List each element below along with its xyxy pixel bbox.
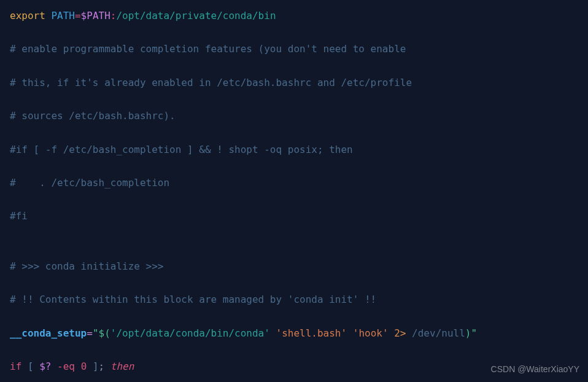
comment-line: #fi bbox=[10, 208, 578, 224]
string: 'hook' bbox=[353, 327, 389, 339]
space bbox=[75, 361, 81, 372]
comment-line: # sources /etc/bash.bashrc). bbox=[10, 107, 578, 124]
comment-line: # >>> conda initialize >>> bbox=[10, 258, 578, 275]
space bbox=[347, 327, 353, 339]
var-exit: $? bbox=[39, 361, 51, 372]
number: 0 bbox=[81, 361, 87, 372]
bracket: ] bbox=[87, 361, 98, 372]
var-conda-setup: __conda_setup bbox=[10, 327, 87, 339]
var-path: PATH bbox=[51, 10, 75, 21]
op-colon: : bbox=[110, 10, 117, 21]
op-eq: = bbox=[75, 10, 81, 21]
comment-line: # enable programmable completion feature… bbox=[10, 41, 578, 57]
bracket: [ bbox=[28, 361, 39, 372]
dev-null: /dev/null bbox=[412, 327, 465, 339]
keyword-export: export bbox=[10, 10, 45, 21]
space bbox=[104, 361, 110, 372]
cmd-close: )" bbox=[465, 327, 477, 339]
comment-line: #if [ -f /etc/bash_completion ] && ! sho… bbox=[10, 141, 578, 158]
code-block: export PATH=$PATH:/opt/data/private/cond… bbox=[10, 7, 578, 382]
space bbox=[51, 361, 57, 372]
keyword-if: if bbox=[10, 361, 21, 372]
space bbox=[270, 327, 276, 339]
comment-line: # this, if it's already enabled in /etc/… bbox=[10, 74, 578, 91]
redir-gt: > bbox=[400, 327, 412, 339]
comment-line: # !! Contents within this block are mana… bbox=[10, 291, 578, 308]
cmd-subst-open: $( bbox=[99, 327, 110, 339]
watermark: CSDN @WaiterXiaoYY bbox=[491, 362, 579, 377]
quote: " bbox=[93, 327, 99, 339]
semicolon: ; bbox=[99, 361, 105, 372]
line-1: export PATH=$PATH:/opt/data/private/cond… bbox=[10, 7, 578, 24]
string: 'shell.bash' bbox=[276, 327, 347, 339]
string: '/opt/data/conda/bin/conda' bbox=[110, 327, 270, 339]
path-literal: /opt/data/private/conda/bin bbox=[116, 10, 276, 21]
var-ref-path: $PATH bbox=[81, 10, 110, 21]
line-conda-setup: __conda_setup="$('/opt/data/conda/bin/co… bbox=[10, 325, 578, 341]
space bbox=[21, 361, 28, 372]
redir-fd: 2 bbox=[394, 327, 400, 339]
keyword-then: then bbox=[110, 361, 134, 372]
op-eq: = bbox=[87, 327, 93, 339]
comment-line: # . /etc/bash_completion bbox=[10, 174, 578, 191]
flag-eq: -eq bbox=[57, 361, 75, 372]
space bbox=[389, 327, 395, 339]
